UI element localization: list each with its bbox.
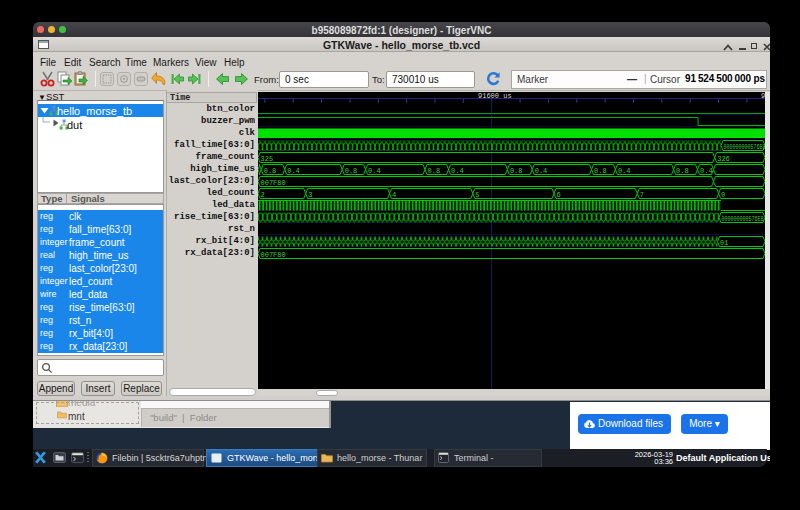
svg-text:7: 7 [640, 191, 644, 199]
svg-text:0: 0 [721, 191, 725, 199]
svg-text:000000000576E8: 000000000576E8 [724, 143, 766, 151]
svg-text:91600 us: 91600 us [478, 92, 512, 100]
svg-text:4: 4 [392, 191, 396, 199]
svg-text:0.4: 0.4 [451, 167, 464, 175]
svg-text:007F80: 007F80 [261, 179, 286, 187]
svg-text:5: 5 [475, 191, 479, 199]
svg-text:0.4: 0.4 [368, 167, 381, 175]
svg-text:0.4: 0.4 [535, 167, 548, 175]
svg-text:325: 325 [261, 155, 274, 163]
svg-text:2: 2 [261, 191, 265, 199]
svg-text:0.8: 0.8 [345, 167, 358, 175]
svg-text:0.4: 0.4 [287, 167, 300, 175]
svg-text:0.8: 0.8 [428, 167, 441, 175]
svg-text:0.4: 0.4 [618, 167, 631, 175]
svg-text:007F80: 007F80 [261, 251, 286, 259]
svg-text:3: 3 [308, 191, 312, 199]
svg-text:0.8: 0.8 [676, 167, 689, 175]
svg-text:0.4: 0.4 [700, 167, 713, 175]
svg-text:326: 326 [717, 155, 730, 163]
svg-text:0.8: 0.8 [594, 167, 607, 175]
svg-text:000000000576E8: 000000000576E8 [722, 215, 764, 223]
svg-text:0.8: 0.8 [264, 167, 277, 175]
svg-text:0.8: 0.8 [510, 167, 523, 175]
svg-text:01: 01 [720, 239, 728, 247]
svg-text:6: 6 [557, 191, 561, 199]
